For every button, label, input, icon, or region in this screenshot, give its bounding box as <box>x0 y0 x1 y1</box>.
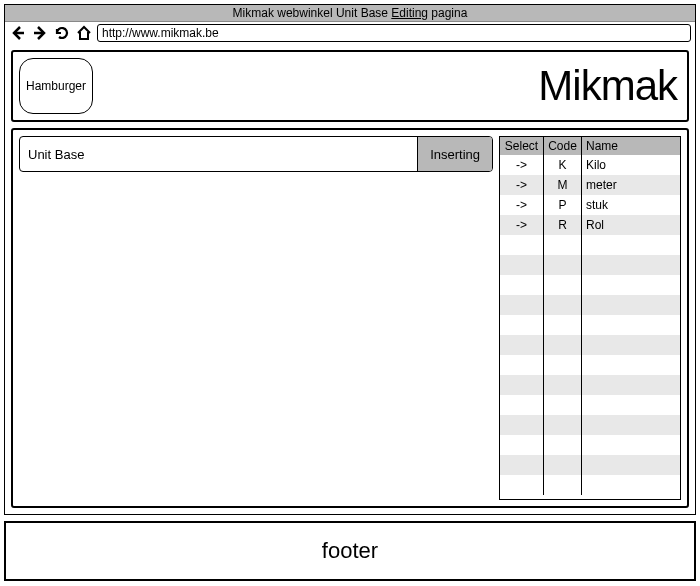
row-name-empty <box>582 335 680 355</box>
back-icon[interactable] <box>9 24 27 42</box>
row-select-empty <box>500 355 544 375</box>
col-header-name: Name <box>582 137 680 155</box>
table-row[interactable]: ->Mmeter <box>500 175 680 195</box>
table-row-empty <box>500 435 680 455</box>
data-table: Select Code Name ->KKilo->Mmeter->Pstuk-… <box>499 136 681 500</box>
footer-label: footer <box>322 538 378 564</box>
row-code-empty <box>544 295 582 315</box>
table-row-empty <box>500 455 680 475</box>
row-name-empty <box>582 315 680 335</box>
page-body: Hamburger Mikmak Unit Base Inserting Sel… <box>5 44 695 514</box>
table-row-empty <box>500 415 680 435</box>
table-row-empty <box>500 395 680 415</box>
row-code: K <box>544 155 582 175</box>
left-pane: Unit Base Inserting <box>19 136 493 500</box>
nav-bar <box>5 22 695 44</box>
table-row-empty <box>500 475 680 495</box>
row-code: P <box>544 195 582 215</box>
page-header: Hamburger Mikmak <box>11 50 689 122</box>
page-footer: footer <box>4 521 696 581</box>
table-row-empty <box>500 335 680 355</box>
row-code-empty <box>544 475 582 495</box>
row-name-empty <box>582 275 680 295</box>
row-select-empty <box>500 415 544 435</box>
row-code-empty <box>544 315 582 335</box>
entity-bar: Unit Base Inserting <box>19 136 493 172</box>
row-code-empty <box>544 395 582 415</box>
table-row[interactable]: ->RRol <box>500 215 680 235</box>
title-prefix: Mikmak webwinkel Unit Base <box>233 6 392 20</box>
table-row-empty <box>500 295 680 315</box>
row-select-empty <box>500 235 544 255</box>
hamburger-button[interactable]: Hamburger <box>19 58 93 114</box>
row-code-empty <box>544 335 582 355</box>
table-row-empty <box>500 275 680 295</box>
row-name-empty <box>582 375 680 395</box>
table-row-empty <box>500 375 680 395</box>
row-name-empty <box>582 355 680 375</box>
window-title: Mikmak webwinkel Unit Base Editing pagin… <box>5 5 695 22</box>
table-header: Select Code Name <box>500 137 680 155</box>
row-code-empty <box>544 375 582 395</box>
table-row[interactable]: ->Pstuk <box>500 195 680 215</box>
row-name-empty <box>582 435 680 455</box>
row-select-empty <box>500 395 544 415</box>
table-row-empty <box>500 355 680 375</box>
title-link[interactable]: Editing <box>391 6 428 20</box>
col-header-code: Code <box>544 137 582 155</box>
table-row-empty <box>500 315 680 335</box>
row-name-empty <box>582 395 680 415</box>
home-icon[interactable] <box>75 24 93 42</box>
brand-title: Mikmak <box>538 62 677 110</box>
row-name-empty <box>582 455 680 475</box>
entity-status: Inserting <box>417 137 492 171</box>
row-code-empty <box>544 355 582 375</box>
row-select-empty <box>500 435 544 455</box>
forward-icon[interactable] <box>31 24 49 42</box>
row-code-empty <box>544 255 582 275</box>
row-code-empty <box>544 435 582 455</box>
row-name-empty <box>582 475 680 495</box>
row-select-empty <box>500 335 544 355</box>
row-code-empty <box>544 455 582 475</box>
row-name-empty <box>582 415 680 435</box>
content-area: Unit Base Inserting Select Code Name ->K… <box>11 128 689 508</box>
row-select-arrow[interactable]: -> <box>500 215 544 235</box>
row-select-empty <box>500 315 544 335</box>
row-name-empty <box>582 255 680 275</box>
browser-frame: Mikmak webwinkel Unit Base Editing pagin… <box>4 4 696 515</box>
row-select-arrow[interactable]: -> <box>500 195 544 215</box>
row-select-empty <box>500 475 544 495</box>
row-code-empty <box>544 415 582 435</box>
row-code: R <box>544 215 582 235</box>
col-header-select: Select <box>500 137 544 155</box>
table-row-empty <box>500 235 680 255</box>
row-select-empty <box>500 295 544 315</box>
url-input[interactable] <box>97 24 691 42</box>
row-name: Kilo <box>582 155 680 175</box>
row-select-arrow[interactable]: -> <box>500 175 544 195</box>
row-name: meter <box>582 175 680 195</box>
row-name-empty <box>582 295 680 315</box>
table-row[interactable]: ->KKilo <box>500 155 680 175</box>
row-select-empty <box>500 275 544 295</box>
row-name: Rol <box>582 215 680 235</box>
row-name: stuk <box>582 195 680 215</box>
title-suffix: pagina <box>428 6 467 20</box>
row-select-arrow[interactable]: -> <box>500 155 544 175</box>
row-select-empty <box>500 455 544 475</box>
table-body: ->KKilo->Mmeter->Pstuk->RRol <box>500 155 680 499</box>
row-select-empty <box>500 255 544 275</box>
row-code-empty <box>544 235 582 255</box>
row-code: M <box>544 175 582 195</box>
row-select-empty <box>500 375 544 395</box>
entity-name: Unit Base <box>20 137 417 171</box>
reload-icon[interactable] <box>53 24 71 42</box>
hamburger-label: Hamburger <box>26 79 86 93</box>
row-code-empty <box>544 275 582 295</box>
table-row-empty <box>500 255 680 275</box>
row-name-empty <box>582 235 680 255</box>
